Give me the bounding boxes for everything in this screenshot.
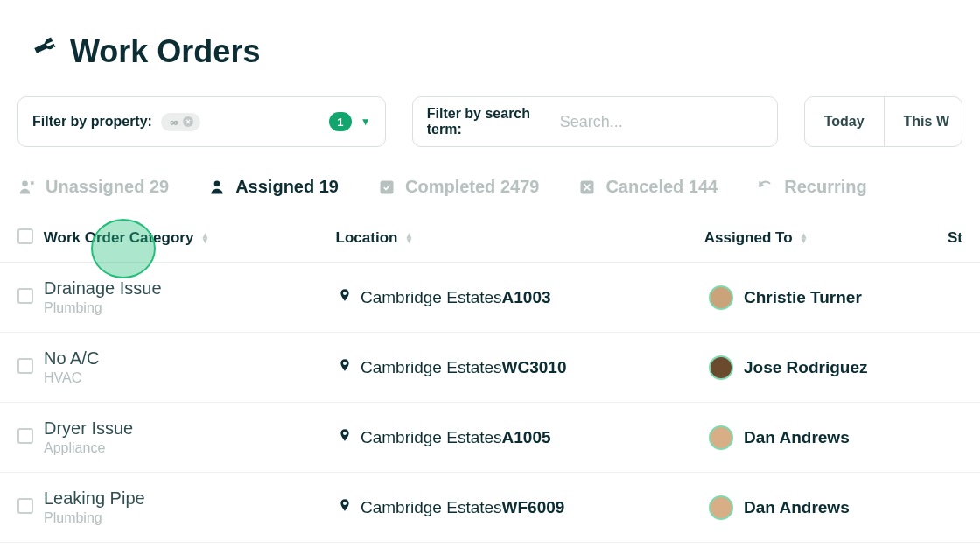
tab-label: Completed 2479 (405, 177, 539, 197)
location-unit: A1003 (502, 288, 551, 306)
filter-count-badge: 1 (329, 112, 352, 131)
sort-icon[interactable]: ▲▼ (800, 233, 808, 243)
location-unit: WC3010 (502, 358, 567, 376)
tab-label: Canceled 144 (606, 177, 718, 197)
column-header-location[interactable]: Location ▲▼ (336, 229, 704, 247)
filters-row: Filter by property: ∞ × 1 ▼ Filter by se… (0, 96, 980, 147)
tab-recurring[interactable]: Recurring (756, 177, 866, 197)
table-row[interactable]: Dryer Issue Appliance Cambridge EstatesA… (0, 403, 980, 473)
row-checkbox[interactable] (18, 428, 33, 444)
tab-label: Unassigned 29 (46, 177, 169, 197)
work-order-title: Dryer Issue (44, 418, 338, 439)
link-icon: ∞ (170, 116, 178, 129)
location-pin-icon (338, 496, 352, 518)
avatar (709, 355, 733, 380)
sort-icon[interactable]: ▲▼ (404, 233, 413, 243)
avatar (709, 285, 733, 310)
filter-by-property[interactable]: Filter by property: ∞ × 1 ▼ (18, 96, 386, 147)
table-header: Work Order Category ▲▼ Location ▲▼ Assig… (0, 218, 980, 263)
svg-rect-2 (381, 180, 394, 193)
tab-canceled[interactable]: Canceled 144 (578, 177, 718, 197)
clear-chip-icon[interactable]: × (183, 116, 193, 127)
table-row[interactable]: No A/C HVAC Cambridge EstatesWC3010 Jose… (0, 333, 980, 403)
filter-by-search: Filter by search term: (412, 96, 778, 147)
location-name: Cambridge Estates (360, 288, 502, 306)
page-header: Work Orders (0, 0, 980, 96)
filter-property-label: Filter by property: (32, 114, 152, 130)
date-filter-this-week[interactable]: This W (885, 97, 962, 146)
user-x-icon (18, 178, 37, 197)
tab-unassigned[interactable]: Unassigned 29 (18, 177, 169, 197)
location-unit: A1005 (502, 428, 551, 446)
table-row[interactable]: Leaking Pipe Plumbing Cambridge EstatesW… (0, 473, 980, 543)
x-square-icon (578, 178, 597, 197)
location-name: Cambridge Estates (360, 498, 502, 516)
svg-point-0 (22, 180, 28, 186)
user-icon (207, 178, 227, 197)
location-unit: WF6009 (502, 498, 565, 516)
tab-label: Recurring (784, 177, 866, 197)
work-order-category: Plumbing (44, 300, 338, 316)
filter-search-label: Filter by search term: (427, 106, 548, 137)
column-label: St (948, 229, 962, 247)
column-header-category[interactable]: Work Order Category ▲▼ (44, 229, 336, 247)
assignee-name: Christie Turner (744, 288, 862, 307)
column-label: Location (336, 229, 398, 247)
location-pin-icon (338, 286, 352, 308)
filter-property-right: 1 ▼ (329, 112, 371, 131)
avatar (709, 495, 733, 520)
check-square-icon (377, 178, 396, 197)
table-row[interactable]: Drainage Issue Plumbing Cambridge Estate… (0, 263, 980, 333)
column-label: Assigned To (704, 229, 793, 247)
row-checkbox[interactable] (18, 358, 33, 374)
wrench-icon (32, 37, 58, 67)
avatar (709, 425, 733, 450)
work-order-title: No A/C (44, 348, 338, 369)
tab-completed[interactable]: Completed 2479 (377, 177, 539, 197)
assignee-name: Dan Andrews (744, 428, 850, 447)
location-name: Cambridge Estates (360, 428, 502, 446)
location-pin-icon (338, 356, 352, 378)
column-header-assigned-to[interactable]: Assigned To ▲▼ (704, 229, 948, 247)
filter-property-chip[interactable]: ∞ × (161, 113, 200, 131)
page-title: Work Orders (70, 33, 260, 70)
location-pin-icon (338, 426, 352, 448)
tab-assigned[interactable]: Assigned 19 (207, 177, 339, 197)
assignee-name: Dan Andrews (744, 498, 850, 517)
work-order-title: Drainage Issue (44, 278, 338, 299)
status-tabs: Unassigned 29 Assigned 19 Completed 2479… (0, 147, 980, 218)
chevron-down-icon[interactable]: ▼ (360, 116, 371, 128)
work-order-category: Plumbing (44, 510, 338, 526)
tab-label: Assigned 19 (235, 177, 339, 197)
column-label: Work Order Category (44, 229, 194, 247)
select-all-checkbox[interactable] (18, 228, 33, 244)
search-input[interactable] (560, 113, 763, 131)
row-checkbox[interactable] (18, 498, 33, 514)
assignee-name: Jose Rodriguez (744, 358, 867, 377)
location-name: Cambridge Estates (360, 358, 502, 376)
sort-icon[interactable]: ▲▼ (200, 233, 209, 243)
work-orders-table: Work Order Category ▲▼ Location ▲▼ Assig… (0, 218, 980, 543)
date-filter-today[interactable]: Today (805, 97, 885, 146)
work-order-category: Appliance (44, 440, 338, 456)
work-order-category: HVAC (44, 370, 338, 386)
svg-point-1 (214, 180, 220, 186)
work-order-title: Leaking Pipe (44, 488, 338, 509)
row-checkbox[interactable] (18, 288, 33, 304)
refresh-icon (756, 178, 775, 197)
filter-property-left: Filter by property: ∞ × (32, 113, 200, 131)
column-header-status[interactable]: St (948, 229, 962, 247)
date-filter-group: Today This W (804, 96, 962, 147)
